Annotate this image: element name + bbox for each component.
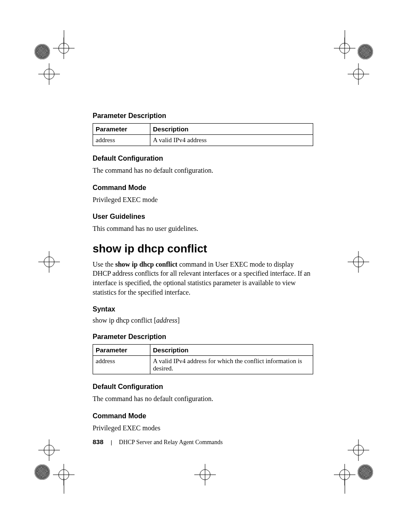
register-mark-icon bbox=[36, 61, 62, 87]
crop-line-icon bbox=[64, 30, 64, 46]
crop-rosette-icon bbox=[34, 464, 50, 480]
table-cell-param: address bbox=[93, 135, 150, 146]
svg-point-15 bbox=[353, 257, 364, 267]
text-user-guidelines: This command has no user guidelines. bbox=[93, 224, 313, 233]
table-header-description: Description bbox=[150, 124, 313, 135]
table-row: address A valid IPv4 address bbox=[93, 135, 313, 146]
svg-point-18 bbox=[44, 445, 54, 455]
svg-point-12 bbox=[44, 257, 54, 267]
intro-pre: Use the bbox=[93, 261, 115, 268]
text-command-mode-2: Privileged EXEC modes bbox=[93, 423, 313, 433]
svg-point-3 bbox=[44, 69, 54, 79]
table-cell-desc: A valid IPv4 address for which the confl… bbox=[150, 356, 313, 374]
table-parameter-description-1: Parameter Description address A valid IP… bbox=[93, 123, 313, 146]
register-mark-icon bbox=[36, 437, 62, 463]
register-mark-icon bbox=[346, 61, 371, 87]
register-mark-icon bbox=[346, 249, 371, 275]
intro-command-name: show ip dhcp conflict bbox=[115, 261, 177, 268]
crop-line-icon bbox=[345, 30, 345, 46]
crop-rosette-icon bbox=[358, 464, 373, 480]
table-row: address A valid IPv4 address for which t… bbox=[93, 356, 313, 374]
footer-separator-icon bbox=[111, 440, 112, 445]
table-cell-desc: A valid IPv4 address bbox=[150, 135, 313, 146]
svg-point-9 bbox=[353, 69, 364, 79]
register-mark-icon bbox=[192, 462, 218, 488]
text-default-configuration: The command has no default configuration… bbox=[93, 166, 313, 175]
text-default-configuration-2: The command has no default configuration… bbox=[93, 394, 313, 404]
register-mark-icon bbox=[36, 249, 62, 275]
chapter-title: DHCP Server and Relay Agent Commands bbox=[119, 439, 223, 445]
syntax-post: ] bbox=[177, 317, 180, 324]
syntax-arg: address bbox=[156, 317, 177, 324]
table-header-parameter: Parameter bbox=[93, 124, 150, 135]
svg-point-27 bbox=[353, 445, 364, 455]
crop-rosette-icon bbox=[358, 44, 373, 59]
page-content: Parameter Description Parameter Descript… bbox=[93, 112, 313, 441]
heading-parameter-description-2: Parameter Description bbox=[93, 333, 313, 341]
table-cell-param: address bbox=[93, 356, 150, 374]
table-parameter-description-2: Parameter Description address A valid IP… bbox=[93, 344, 313, 374]
command-title: show ip dhcp conflict bbox=[93, 242, 313, 255]
heading-command-mode: Command Mode bbox=[93, 184, 313, 192]
crop-line-icon bbox=[345, 478, 345, 494]
heading-default-configuration-2: Default Configuration bbox=[93, 383, 313, 391]
heading-user-guidelines: User Guidelines bbox=[93, 213, 313, 221]
page-footer: 838 DHCP Server and Relay Agent Commands bbox=[93, 438, 223, 446]
heading-parameter-description: Parameter Description bbox=[93, 112, 313, 120]
text-command-mode: Privileged EXEC mode bbox=[93, 195, 313, 205]
syntax-line: show ip dhcp conflict [address] bbox=[93, 317, 313, 324]
crop-line-icon bbox=[64, 478, 64, 494]
heading-default-configuration: Default Configuration bbox=[93, 155, 313, 162]
heading-syntax: Syntax bbox=[93, 305, 313, 313]
page-number: 838 bbox=[93, 438, 103, 445]
svg-point-24 bbox=[200, 470, 210, 480]
syntax-pre: show ip dhcp conflict [ bbox=[93, 317, 156, 324]
heading-command-mode-2: Command Mode bbox=[93, 412, 313, 420]
register-mark-icon bbox=[346, 437, 371, 463]
table-header-description: Description bbox=[150, 345, 313, 356]
command-intro: Use the show ip dhcp conflict command in… bbox=[93, 260, 313, 297]
table-header-parameter: Parameter bbox=[93, 345, 150, 356]
crop-rosette-icon bbox=[34, 44, 50, 59]
